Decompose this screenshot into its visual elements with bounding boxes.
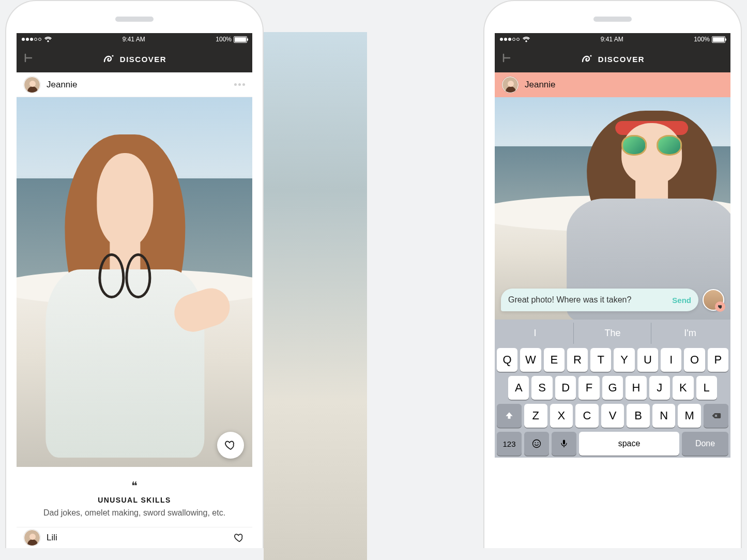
shift-key[interactable]: [497, 404, 522, 428]
key[interactable]: U: [637, 348, 658, 372]
mic-key[interactable]: [552, 432, 576, 456]
header-title: DISCOVER: [598, 55, 645, 64]
svg-point-4: [538, 442, 539, 443]
key[interactable]: X: [550, 404, 573, 428]
key[interactable]: K: [673, 376, 693, 400]
header-title: DISCOVER: [120, 55, 166, 64]
next-profile-peek[interactable]: Lili: [17, 527, 252, 548]
keyboard: I The I'm Q W E R T Y U I O P A S D F: [495, 320, 730, 458]
phone-right: 9:41 AM 100% DISCOVER Jeannie: [483, 0, 742, 548]
peek-name: Lili: [47, 533, 57, 543]
profile-photo[interactable]: [17, 97, 252, 467]
battery-icon: 100%: [216, 36, 247, 43]
done-key[interactable]: Done: [682, 432, 728, 456]
app-header: DISCOVER: [495, 46, 730, 72]
key[interactable]: P: [708, 348, 728, 372]
background-bleed: [264, 32, 367, 560]
key[interactable]: Q: [497, 348, 517, 372]
key[interactable]: C: [575, 404, 599, 428]
key[interactable]: V: [601, 404, 624, 428]
message-input[interactable]: Great photo! Where was it taken? Send: [501, 289, 698, 311]
phone-speaker: [593, 17, 632, 22]
suggestion-key[interactable]: I: [497, 323, 574, 344]
sender-avatar: [703, 289, 724, 311]
menu-icon[interactable]: [501, 52, 512, 66]
phone-speaker: [115, 17, 154, 22]
svg-rect-5: [563, 440, 565, 445]
key[interactable]: W: [520, 348, 541, 372]
key[interactable]: D: [555, 376, 576, 400]
key[interactable]: Y: [614, 348, 634, 372]
keyboard-row-4: 123 space Done: [497, 432, 728, 456]
keyboard-row-2: A S D F G H J K L: [497, 376, 728, 400]
like-button[interactable]: [217, 432, 244, 459]
svg-point-3: [535, 442, 536, 443]
key[interactable]: M: [678, 404, 701, 428]
keyboard-row-1: Q W E R T Y U I O P: [497, 348, 728, 372]
svg-point-2: [533, 440, 541, 448]
key[interactable]: I: [661, 348, 681, 372]
wifi-icon: [523, 37, 530, 42]
suggestion-key[interactable]: The: [574, 323, 651, 344]
key[interactable]: Z: [524, 404, 547, 428]
profile-photo[interactable]: Great photo! Where was it taken? Send: [495, 97, 730, 320]
message-compose-row: Great photo! Where was it taken? Send: [501, 289, 724, 311]
profile-avatar: [502, 77, 519, 93]
key[interactable]: J: [649, 376, 670, 400]
key[interactable]: F: [578, 376, 599, 400]
profile-bar[interactable]: Jeannie: [17, 72, 252, 97]
prompt-card[interactable]: ❝ UNUSUAL SKILLS Dad jokes, omelet makin…: [17, 467, 252, 527]
menu-icon[interactable]: [23, 52, 34, 66]
svg-point-0: [112, 55, 113, 56]
key[interactable]: O: [684, 348, 705, 372]
svg-point-1: [590, 55, 591, 56]
key[interactable]: S: [531, 376, 552, 400]
backspace-key[interactable]: [704, 404, 728, 428]
profile-name: Jeannie: [525, 80, 556, 90]
suggestion-key[interactable]: I'm: [652, 323, 728, 344]
key[interactable]: B: [627, 404, 650, 428]
keyboard-row-3: Z X C V B N M: [497, 404, 728, 428]
key[interactable]: H: [626, 376, 646, 400]
signal-dots-icon: [500, 38, 520, 41]
key[interactable]: N: [652, 404, 676, 428]
signal-dots-icon: [22, 38, 41, 41]
emoji-key[interactable]: [524, 432, 549, 456]
profile-avatar: [24, 77, 40, 93]
message-text: Great photo! Where was it taken?: [508, 295, 672, 305]
profile-name: Jeannie: [47, 80, 78, 90]
app-logo-icon: [581, 53, 593, 65]
peek-avatar: [24, 529, 40, 546]
status-bar: 9:41 AM 100%: [495, 33, 730, 46]
heart-icon: [234, 532, 245, 543]
prompt-title: UNUSUAL SKILLS: [26, 496, 243, 504]
status-time: 9:41 AM: [123, 36, 145, 43]
wifi-icon: [44, 37, 52, 42]
key[interactable]: A: [508, 376, 529, 400]
key[interactable]: R: [567, 348, 588, 372]
profile-bar[interactable]: Jeannie: [495, 72, 730, 97]
key[interactable]: L: [696, 376, 717, 400]
battery-icon: 100%: [694, 36, 725, 43]
status-time: 9:41 AM: [601, 36, 623, 43]
key[interactable]: E: [544, 348, 565, 372]
keyboard-suggestions: I The I'm: [497, 323, 728, 344]
phone-left: 9:41 AM 100% DISCOVER Jeannie: [5, 0, 264, 548]
numbers-key[interactable]: 123: [497, 432, 522, 456]
quote-icon: ❝: [26, 479, 243, 493]
key[interactable]: T: [590, 348, 611, 372]
prompt-body: Dad jokes, omelet making, sword swallowi…: [26, 508, 243, 518]
space-key[interactable]: space: [579, 432, 679, 456]
send-button[interactable]: Send: [672, 296, 691, 305]
app-logo-icon: [102, 53, 115, 65]
heart-badge-icon: [715, 301, 725, 312]
more-icon[interactable]: [234, 83, 245, 86]
status-bar: 9:41 AM 100%: [17, 33, 252, 46]
app-header: DISCOVER: [17, 46, 252, 72]
key[interactable]: G: [602, 376, 623, 400]
